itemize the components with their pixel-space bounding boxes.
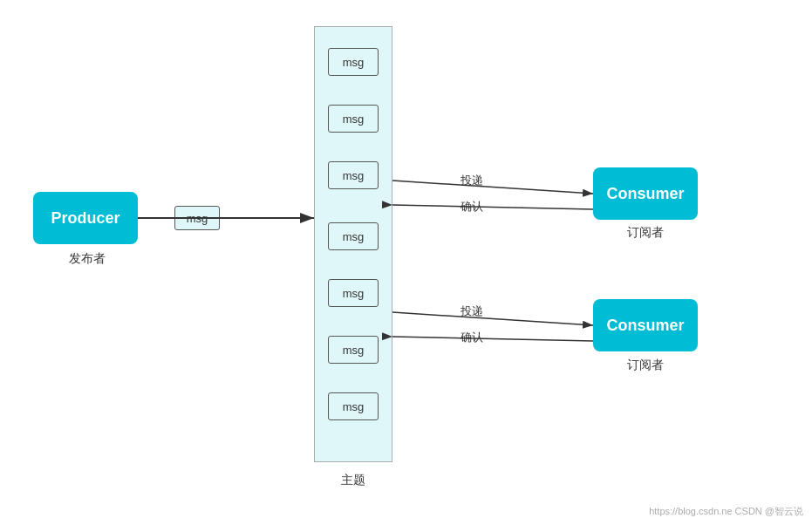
svg-line-5 [392, 312, 593, 325]
consumer-2-sublabel: 订阅者 [604, 358, 687, 373]
producer-sublabel: 发布者 [52, 251, 122, 267]
msg-box-4: msg [328, 222, 379, 250]
msg-box-1: msg [328, 48, 379, 76]
producer-box: Producer [33, 192, 138, 244]
svg-line-3 [392, 181, 593, 194]
consumer-2-label: Consumer [606, 317, 684, 335]
diagram-container: Producer 发布者 msg 主题 msg msg msg msg msg … [0, 0, 812, 525]
svg-line-4 [392, 205, 593, 209]
consumer-1-label: Consumer [606, 185, 684, 203]
msg-box-2: msg [328, 105, 379, 133]
watermark: https://blog.csdn.ne CSDN @智云说 [649, 505, 803, 518]
consumer-box-2: Consumer [593, 299, 698, 351]
deliver-label-2: 投递 [461, 303, 483, 319]
confirm-label-1: 确认 [461, 199, 483, 215]
topic-label: 主题 [327, 473, 379, 488]
producer-label: Producer [51, 209, 119, 228]
confirm-label-2: 确认 [461, 330, 483, 345]
svg-line-6 [392, 337, 593, 341]
consumer-1-sublabel: 订阅者 [604, 225, 687, 241]
msg-box-5: msg [328, 279, 379, 307]
consumer-box-1: Consumer [593, 167, 698, 220]
deliver-label-1: 投递 [461, 173, 483, 188]
msg-box-7: msg [328, 392, 379, 420]
msg-box-6: msg [328, 336, 379, 364]
msg-floating: msg [174, 206, 220, 230]
msg-box-3: msg [328, 161, 379, 189]
